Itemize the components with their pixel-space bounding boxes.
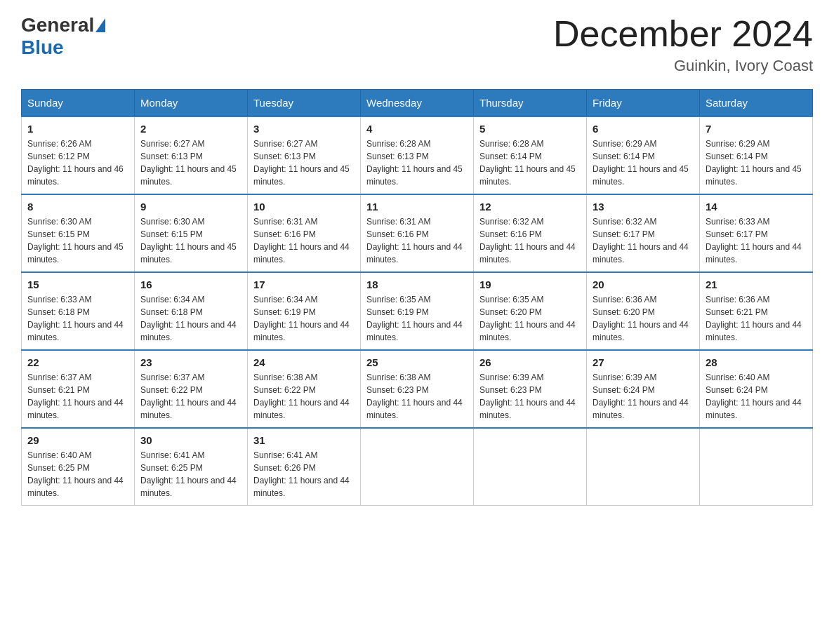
day-info: Sunrise: 6:35 AM Sunset: 6:20 PM Dayligh… xyxy=(479,293,581,344)
day-info: Sunrise: 6:39 AM Sunset: 6:24 PM Dayligh… xyxy=(593,371,694,422)
week-row-3: 15 Sunrise: 6:33 AM Sunset: 6:18 PM Dayl… xyxy=(22,272,813,350)
calendar-cell: 28 Sunrise: 6:40 AM Sunset: 6:24 PM Dayl… xyxy=(700,350,813,428)
day-info: Sunrise: 6:40 AM Sunset: 6:25 PM Dayligh… xyxy=(27,449,128,499)
day-info: Sunrise: 6:37 AM Sunset: 6:21 PM Dayligh… xyxy=(27,371,128,422)
day-info: Sunrise: 6:33 AM Sunset: 6:18 PM Dayligh… xyxy=(27,293,128,344)
day-number: 21 xyxy=(706,279,807,290)
day-number: 22 xyxy=(27,356,128,368)
day-number: 23 xyxy=(140,356,241,368)
calendar-cell: 23 Sunrise: 6:37 AM Sunset: 6:22 PM Dayl… xyxy=(135,350,248,428)
logo-triangle-icon xyxy=(95,18,105,32)
calendar-cell: 26 Sunrise: 6:39 AM Sunset: 6:23 PM Dayl… xyxy=(474,350,587,428)
location-subtitle: Guinkin, Ivory Coast xyxy=(553,57,813,75)
calendar-cell: 5 Sunrise: 6:28 AM Sunset: 6:14 PM Dayli… xyxy=(474,116,587,194)
day-number: 27 xyxy=(593,356,694,368)
calendar-cell: 2 Sunrise: 6:27 AM Sunset: 6:13 PM Dayli… xyxy=(135,116,248,194)
calendar-cell xyxy=(587,428,700,506)
day-number: 8 xyxy=(27,201,128,213)
day-number: 19 xyxy=(479,279,581,290)
day-number: 9 xyxy=(140,201,241,213)
calendar-cell xyxy=(361,428,474,506)
day-info: Sunrise: 6:34 AM Sunset: 6:19 PM Dayligh… xyxy=(253,293,355,344)
calendar-cell: 14 Sunrise: 6:33 AM Sunset: 6:17 PM Dayl… xyxy=(700,194,813,272)
day-number: 5 xyxy=(479,123,581,135)
day-info: Sunrise: 6:38 AM Sunset: 6:22 PM Dayligh… xyxy=(253,371,355,422)
calendar-cell xyxy=(700,428,813,506)
calendar-cell: 16 Sunrise: 6:34 AM Sunset: 6:18 PM Dayl… xyxy=(135,272,248,350)
header-wednesday: Wednesday xyxy=(361,90,474,117)
calendar-cell: 20 Sunrise: 6:36 AM Sunset: 6:20 PM Dayl… xyxy=(587,272,700,350)
calendar-cell: 7 Sunrise: 6:29 AM Sunset: 6:14 PM Dayli… xyxy=(700,116,813,194)
day-info: Sunrise: 6:36 AM Sunset: 6:20 PM Dayligh… xyxy=(593,293,694,344)
calendar-cell xyxy=(474,428,587,506)
day-info: Sunrise: 6:41 AM Sunset: 6:25 PM Dayligh… xyxy=(140,449,241,499)
day-number: 4 xyxy=(366,123,468,135)
calendar-cell: 9 Sunrise: 6:30 AM Sunset: 6:15 PM Dayli… xyxy=(135,194,248,272)
header-saturday: Saturday xyxy=(700,90,813,117)
logo: General Blue xyxy=(21,14,107,59)
calendar-header-row: Sunday Monday Tuesday Wednesday Thursday… xyxy=(22,90,813,117)
day-info: Sunrise: 6:31 AM Sunset: 6:16 PM Dayligh… xyxy=(253,215,355,266)
day-number: 3 xyxy=(253,123,355,135)
day-number: 20 xyxy=(593,279,694,290)
day-info: Sunrise: 6:35 AM Sunset: 6:19 PM Dayligh… xyxy=(366,293,468,344)
day-info: Sunrise: 6:26 AM Sunset: 6:12 PM Dayligh… xyxy=(27,137,128,188)
title-area: December 2024 Guinkin, Ivory Coast xyxy=(553,14,813,75)
day-number: 10 xyxy=(253,201,355,213)
header-friday: Friday xyxy=(587,90,700,117)
day-number: 17 xyxy=(253,279,355,290)
day-info: Sunrise: 6:29 AM Sunset: 6:14 PM Dayligh… xyxy=(706,137,807,188)
month-title: December 2024 xyxy=(553,14,813,54)
day-info: Sunrise: 6:34 AM Sunset: 6:18 PM Dayligh… xyxy=(140,293,241,344)
calendar-cell: 8 Sunrise: 6:30 AM Sunset: 6:15 PM Dayli… xyxy=(22,194,135,272)
day-number: 7 xyxy=(706,123,807,135)
header-tuesday: Tuesday xyxy=(248,90,361,117)
week-row-4: 22 Sunrise: 6:37 AM Sunset: 6:21 PM Dayl… xyxy=(22,350,813,428)
day-info: Sunrise: 6:27 AM Sunset: 6:13 PM Dayligh… xyxy=(140,137,241,188)
calendar-cell: 22 Sunrise: 6:37 AM Sunset: 6:21 PM Dayl… xyxy=(22,350,135,428)
calendar-cell: 31 Sunrise: 6:41 AM Sunset: 6:26 PM Dayl… xyxy=(248,428,361,506)
calendar-cell: 30 Sunrise: 6:41 AM Sunset: 6:25 PM Dayl… xyxy=(135,428,248,506)
calendar-cell: 17 Sunrise: 6:34 AM Sunset: 6:19 PM Dayl… xyxy=(248,272,361,350)
calendar-cell: 4 Sunrise: 6:28 AM Sunset: 6:13 PM Dayli… xyxy=(361,116,474,194)
day-number: 14 xyxy=(706,201,807,213)
day-info: Sunrise: 6:28 AM Sunset: 6:13 PM Dayligh… xyxy=(366,137,468,188)
calendar-cell: 15 Sunrise: 6:33 AM Sunset: 6:18 PM Dayl… xyxy=(22,272,135,350)
day-info: Sunrise: 6:32 AM Sunset: 6:16 PM Dayligh… xyxy=(479,215,581,266)
calendar-cell: 27 Sunrise: 6:39 AM Sunset: 6:24 PM Dayl… xyxy=(587,350,700,428)
day-number: 25 xyxy=(366,356,468,368)
day-number: 1 xyxy=(27,123,128,135)
day-info: Sunrise: 6:41 AM Sunset: 6:26 PM Dayligh… xyxy=(253,449,355,499)
day-number: 31 xyxy=(253,434,355,446)
day-number: 2 xyxy=(140,123,241,135)
week-row-2: 8 Sunrise: 6:30 AM Sunset: 6:15 PM Dayli… xyxy=(22,194,813,272)
day-info: Sunrise: 6:40 AM Sunset: 6:24 PM Dayligh… xyxy=(706,371,807,422)
day-number: 26 xyxy=(479,356,581,368)
week-row-5: 29 Sunrise: 6:40 AM Sunset: 6:25 PM Dayl… xyxy=(22,428,813,506)
page-header: General Blue December 2024 Guinkin, Ivor… xyxy=(21,14,813,75)
logo-blue-text: Blue xyxy=(21,36,64,59)
day-number: 24 xyxy=(253,356,355,368)
week-row-1: 1 Sunrise: 6:26 AM Sunset: 6:12 PM Dayli… xyxy=(22,116,813,194)
day-info: Sunrise: 6:39 AM Sunset: 6:23 PM Dayligh… xyxy=(479,371,581,422)
day-info: Sunrise: 6:37 AM Sunset: 6:22 PM Dayligh… xyxy=(140,371,241,422)
calendar-cell: 24 Sunrise: 6:38 AM Sunset: 6:22 PM Dayl… xyxy=(248,350,361,428)
header-sunday: Sunday xyxy=(22,90,135,117)
calendar-table: Sunday Monday Tuesday Wednesday Thursday… xyxy=(21,89,813,506)
day-info: Sunrise: 6:27 AM Sunset: 6:13 PM Dayligh… xyxy=(253,137,355,188)
calendar-cell: 19 Sunrise: 6:35 AM Sunset: 6:20 PM Dayl… xyxy=(474,272,587,350)
calendar-cell: 29 Sunrise: 6:40 AM Sunset: 6:25 PM Dayl… xyxy=(22,428,135,506)
logo-general-text: General xyxy=(21,14,94,36)
day-info: Sunrise: 6:28 AM Sunset: 6:14 PM Dayligh… xyxy=(479,137,581,188)
calendar-cell: 6 Sunrise: 6:29 AM Sunset: 6:14 PM Dayli… xyxy=(587,116,700,194)
day-number: 15 xyxy=(27,279,128,290)
header-monday: Monday xyxy=(135,90,248,117)
day-number: 6 xyxy=(593,123,694,135)
day-info: Sunrise: 6:30 AM Sunset: 6:15 PM Dayligh… xyxy=(27,215,128,266)
calendar-cell: 10 Sunrise: 6:31 AM Sunset: 6:16 PM Dayl… xyxy=(248,194,361,272)
calendar-cell: 25 Sunrise: 6:38 AM Sunset: 6:23 PM Dayl… xyxy=(361,350,474,428)
day-info: Sunrise: 6:30 AM Sunset: 6:15 PM Dayligh… xyxy=(140,215,241,266)
day-number: 12 xyxy=(479,201,581,213)
day-info: Sunrise: 6:33 AM Sunset: 6:17 PM Dayligh… xyxy=(706,215,807,266)
day-info: Sunrise: 6:32 AM Sunset: 6:17 PM Dayligh… xyxy=(593,215,694,266)
